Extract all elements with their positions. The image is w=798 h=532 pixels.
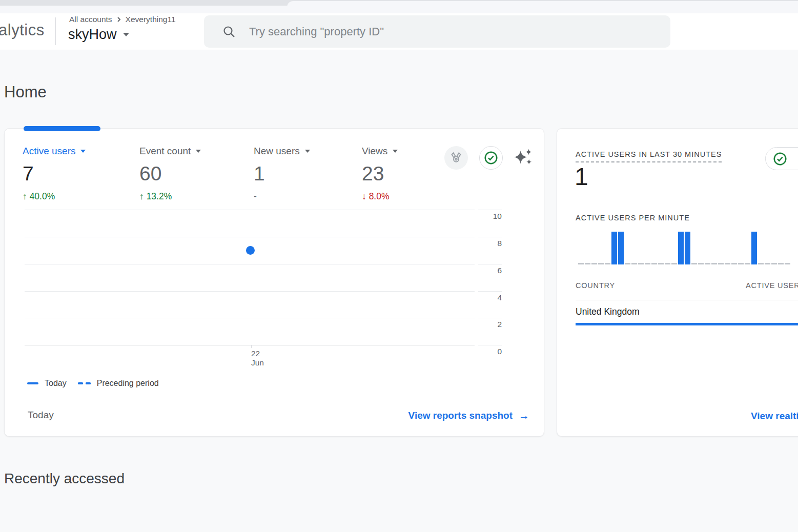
metric-active-users[interactable]: Active users 7 ↑ 40.0%	[23, 146, 86, 202]
minute-empty-slot	[665, 263, 670, 264]
data-quality-badge[interactable]	[765, 147, 798, 170]
ytick-segment	[478, 264, 502, 264]
minute-bar	[685, 232, 690, 264]
y-axis-label: 6	[478, 266, 502, 275]
gridline	[25, 318, 475, 318]
data-quality-check-icon[interactable]	[479, 146, 503, 170]
minute-bar	[618, 232, 624, 264]
minute-empty-slot	[698, 263, 704, 264]
gridline	[25, 237, 475, 237]
minute-empty-slot	[771, 263, 777, 264]
minute-empty-slot	[658, 263, 664, 264]
active-users-column-header: ACTIVE USERS	[746, 281, 798, 290]
solid-line-swatch	[27, 382, 38, 384]
minute-empty-slot	[585, 263, 590, 264]
legend-label: Preceding period	[97, 379, 159, 388]
dashed-line-swatch	[78, 382, 91, 384]
metric-selector[interactable]: New users	[254, 146, 310, 157]
metric-selector[interactable]: Event count	[139, 146, 201, 157]
search-icon	[222, 25, 236, 38]
x-axis-label-month: Jun	[251, 358, 264, 367]
minute-empty-slot	[785, 263, 790, 264]
taskbar: 22	[0, 489, 798, 532]
y-axis-label: 0	[478, 347, 502, 356]
gridline	[25, 210, 475, 210]
minute-bar	[678, 232, 684, 264]
country-value-bar	[576, 323, 798, 325]
y-axis-label: 10	[478, 212, 502, 221]
country-column-header[interactable]: COUNTRY	[576, 281, 620, 290]
property-selector-label: skyHow	[68, 27, 117, 43]
ytick-segment	[478, 237, 502, 237]
browser-chrome-strip	[0, 0, 798, 13]
insights-sparkle-icon[interactable]	[511, 146, 535, 170]
breadcrumb: All accounts Xeverything11	[69, 15, 176, 24]
app-header: alytics All accounts Xeverything11 skyHo…	[0, 13, 798, 50]
metric-selector[interactable]: Views	[362, 146, 398, 157]
ytick-segment	[478, 210, 502, 210]
gridline	[25, 291, 475, 292]
chevron-down-icon	[393, 150, 398, 153]
realtime-card: ACTIVE USERS IN LAST 30 MINUTES 1 ACTIVE…	[557, 128, 798, 437]
minute-empty-slot	[691, 263, 697, 264]
metric-value: 1	[254, 162, 310, 185]
minute-empty-slot	[705, 263, 710, 264]
x-axis-baseline	[25, 345, 475, 345]
x-axis-label-day: 22	[251, 349, 260, 358]
metric-value: 23	[362, 162, 398, 185]
minute-bar	[751, 232, 757, 264]
minute-empty-slot	[765, 263, 770, 264]
minute-empty-slot	[578, 263, 584, 264]
date-range-selector[interactable]: Today	[28, 410, 62, 421]
minute-empty-slot	[645, 263, 650, 264]
card-pager-indicator[interactable]	[24, 126, 100, 131]
minute-empty-slot	[738, 263, 744, 264]
realtime-title[interactable]: ACTIVE USERS IN LAST 30 MINUTES	[576, 150, 722, 162]
search-input[interactable]	[249, 25, 639, 38]
chevron-down-icon	[80, 150, 86, 153]
minute-empty-slot	[731, 263, 737, 264]
column-label: COUNTRY	[576, 281, 615, 290]
ytick-segment	[478, 318, 502, 318]
header-divider	[55, 17, 56, 45]
active-users-30min-value: 1	[575, 162, 588, 191]
realtime-table-header: COUNTRY ACTIVE USERS	[576, 281, 798, 290]
view-reports-snapshot-link[interactable]: View reports snapshot →	[408, 410, 529, 422]
minute-empty-slot	[725, 263, 730, 264]
minute-empty-slot	[598, 263, 604, 264]
metric-label: New users	[254, 146, 300, 157]
metric-new-users[interactable]: New users 1 -	[254, 146, 310, 202]
metric-delta: ↓ 8.0%	[362, 191, 398, 202]
breadcrumb-all-accounts[interactable]: All accounts	[69, 15, 112, 24]
legend-label: Today	[45, 379, 67, 388]
minute-empty-slot	[651, 263, 657, 264]
metric-delta: -	[254, 191, 310, 202]
search-bar[interactable]	[204, 15, 670, 48]
property-selector[interactable]: skyHow	[68, 27, 129, 43]
y-axis-label: 2	[478, 320, 502, 329]
ytick-segment	[478, 345, 502, 345]
metric-selector[interactable]: Active users	[23, 146, 86, 157]
minute-empty-slot	[638, 263, 644, 264]
metric-value: 60	[139, 162, 201, 185]
minute-empty-slot	[778, 263, 784, 264]
minute-empty-slot	[625, 263, 630, 264]
breadcrumb-property[interactable]: Xeverything11	[126, 15, 176, 24]
benchmarking-medal-icon[interactable]	[444, 146, 468, 170]
chevron-down-icon	[123, 33, 129, 36]
recently-accessed-title: Recently accessed	[4, 470, 125, 487]
ytick-segment	[478, 291, 502, 292]
table-row-country[interactable]: United Kingdom	[576, 306, 640, 317]
browser-toolbar-band	[0, 6, 798, 13]
table-divider	[576, 300, 798, 300]
check-circle-icon	[772, 151, 788, 167]
view-realtime-link[interactable]: View realtime	[751, 411, 798, 422]
breadcrumb-chevron-icon	[116, 17, 121, 22]
chart-legend: Today Preceding period	[27, 379, 159, 388]
xtick-mark	[251, 345, 252, 348]
page-title: Home	[4, 83, 47, 101]
metric-views[interactable]: Views 23 ↓ 8.0%	[362, 146, 398, 202]
data-point-today[interactable]	[246, 246, 255, 255]
legend-preceding-period: Preceding period	[78, 379, 159, 388]
metric-event-count[interactable]: Event count 60 ↑ 13.2%	[139, 146, 201, 202]
